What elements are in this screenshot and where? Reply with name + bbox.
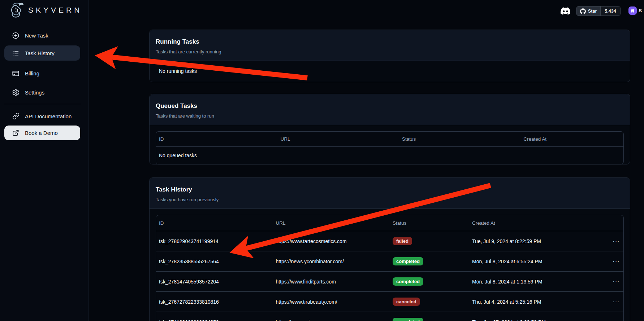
link-icon (12, 113, 20, 120)
sidebar-item-label: Book a Demo (25, 130, 58, 136)
row-actions-ellipsis-icon[interactable]: ··· (600, 272, 623, 292)
table-header-row: ID URL Status Created At (156, 215, 623, 231)
column-header-created-at: Created At (469, 215, 600, 231)
running-tasks-header: Running Tasks Tasks that are currently r… (150, 30, 630, 61)
table-row[interactable]: tsk_274180139292204058 https://www.geico… (156, 312, 623, 321)
task-url: https://www.geico.com (273, 312, 390, 321)
sidebar-divider (4, 104, 81, 104)
github-star-label: Star (588, 9, 597, 14)
task-history-table: ID URL Status Created At tsk_27862904374… (156, 215, 624, 321)
book-a-demo-button[interactable]: Book a Demo (4, 126, 80, 140)
row-actions-ellipsis-icon[interactable]: ··· (600, 292, 623, 312)
task-created-at: Mon, Jul 8, 2024 at 1:13:59 PM (469, 272, 600, 292)
brand-name: SKYVERN (28, 6, 82, 14)
sidebar-item-label: New Task (25, 32, 48, 39)
github-star-button[interactable]: Star 5,434 (576, 6, 621, 16)
sidebar-item-task-history[interactable]: Task History (4, 45, 80, 61)
column-header-status: Status (390, 215, 469, 231)
plus-circle-icon (12, 32, 20, 39)
column-header-url: URL (273, 215, 390, 231)
task-created-at: Thu, Jul 4, 2024 at 5:25:16 PM (469, 292, 600, 312)
status-badge: failed (393, 237, 412, 245)
task-history-header: Task History Tasks you have run previous… (150, 178, 630, 209)
table-row-empty: No queued tasks (156, 147, 623, 164)
task-url: https://www.finditparts.com (273, 272, 390, 292)
table-row[interactable]: tsk_278235388555267564 https://news.ycom… (156, 251, 623, 272)
card-subtitle: Tasks that are currently running (156, 49, 624, 54)
card-title: Queued Tasks (156, 102, 624, 110)
external-link-icon (12, 129, 20, 137)
github-octocat-icon (580, 8, 586, 14)
table-row[interactable]: tsk_276727822333810816 https://www.tirab… (156, 292, 623, 312)
row-actions-ellipsis-icon[interactable]: ··· (600, 231, 623, 251)
task-id: tsk_278629043741199914 (156, 231, 273, 251)
user-name: S (639, 8, 642, 13)
row-actions-ellipsis-icon[interactable]: ··· (600, 312, 623, 321)
sidebar-item-label: API Documentation (25, 113, 72, 119)
task-id: tsk_276727822333810816 (156, 292, 273, 312)
skyvern-dragon-logo-icon (9, 1, 25, 19)
card-title: Task History (156, 186, 624, 193)
sidebar-item-label: Settings (25, 89, 44, 96)
credit-card-icon (12, 70, 20, 77)
queued-tasks-header: Queued Tasks Tasks that are waiting to r… (150, 94, 630, 125)
sidebar-item-label: Task History (25, 50, 55, 56)
sidebar-item-label: Billing (25, 70, 39, 76)
sidebar-item-settings[interactable]: Settings (4, 85, 80, 100)
card-title: Running Tasks (156, 38, 624, 45)
column-header-actions (600, 215, 623, 231)
status-badge: canceled (393, 298, 420, 306)
user-avatar[interactable] (628, 6, 637, 15)
task-created-at: Mon, Jul 8, 2024 at 6:55:24 PM (469, 251, 600, 272)
list-icon (12, 49, 20, 57)
task-url: https://www.tartecosmetics.com (273, 231, 390, 251)
sidebar-item-new-task[interactable]: New Task (4, 28, 80, 43)
card-subtitle: Tasks you have run previously (156, 197, 624, 202)
running-tasks-empty-text: No running tasks (156, 67, 624, 75)
queued-tasks-table: ID URL Status Created At No queued tasks (156, 131, 624, 164)
task-id: tsk_278147405593572204 (156, 272, 273, 292)
brand-logo: SKYVERN (9, 1, 82, 19)
table-row[interactable]: tsk_278147405593572204 https://www.findi… (156, 272, 623, 292)
card-subtitle: Tasks that are waiting to run (156, 113, 624, 119)
org-avatar-icon (630, 8, 635, 13)
sidebar-item-billing[interactable]: Billing (4, 66, 80, 80)
sidebar-item-api-documentation[interactable]: API Documentation (4, 109, 80, 123)
row-actions-ellipsis-icon[interactable]: ··· (600, 251, 623, 272)
column-header-id: ID (156, 132, 277, 147)
sidebar: SKYVERN New Task Task History Billing Se… (0, 0, 88, 321)
task-id: tsk_278235388555267564 (156, 251, 273, 272)
queued-tasks-card: Queued Tasks Tasks that are waiting to r… (149, 94, 630, 164)
table-row[interactable]: tsk_278629043741199914 https://www.tarte… (156, 231, 623, 251)
task-id: tsk_274180139292204058 (156, 312, 273, 321)
running-tasks-card: Running Tasks Tasks that are currently r… (149, 30, 630, 82)
github-star-segment[interactable]: Star (576, 6, 600, 16)
column-header-created-at: Created At (520, 132, 623, 147)
status-badge: completed (393, 318, 423, 321)
task-created-at: Thu, Jun 27, 2024 at 8:38:58 PM (469, 312, 600, 321)
column-header-url: URL (277, 132, 399, 147)
column-header-id: ID (156, 215, 273, 231)
status-badge: completed (393, 277, 423, 286)
discord-icon[interactable] (561, 6, 570, 17)
queued-tasks-empty-text: No queued tasks (156, 147, 623, 164)
github-star-count[interactable]: 5,434 (600, 6, 620, 16)
column-header-status: Status (399, 132, 520, 147)
task-url: https://news.ycombinator.com/ (273, 251, 390, 272)
task-url: https://www.tirabeauty.com/ (273, 292, 390, 312)
table-header-row: ID URL Status Created At (156, 132, 623, 147)
task-history-card: Task History Tasks you have run previous… (149, 177, 630, 321)
gear-icon (12, 89, 20, 96)
status-badge: completed (393, 257, 423, 265)
task-created-at: Tue, Jul 9, 2024 at 8:22:59 PM (469, 231, 600, 251)
